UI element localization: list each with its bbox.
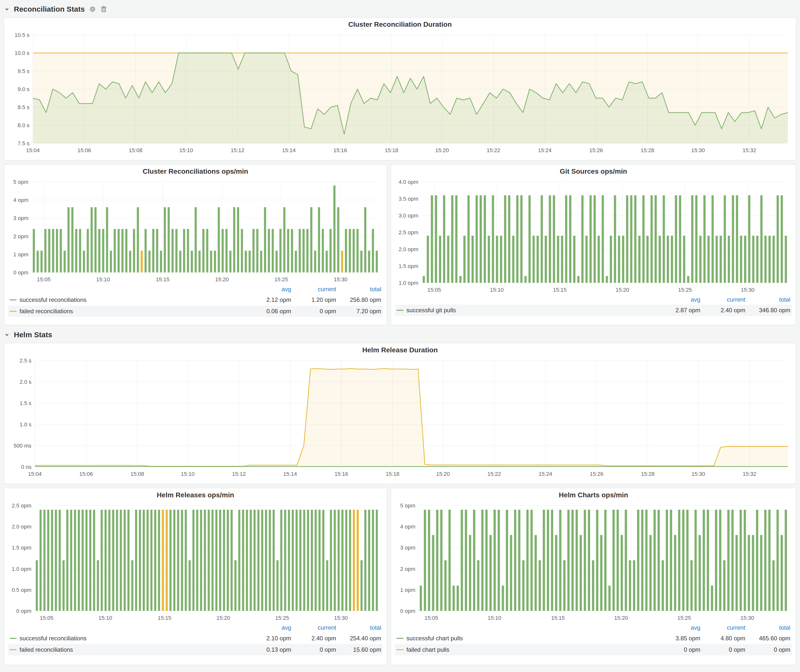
series-swatch-icon	[10, 638, 17, 639]
svg-text:3 opm: 3 opm	[13, 215, 29, 221]
series-toggle[interactable]: successful reconciliations	[10, 635, 246, 642]
svg-text:4.0 opm: 4.0 opm	[399, 179, 419, 185]
series-toggle[interactable]: successful reconciliations	[10, 296, 246, 303]
svg-text:4 opm: 4 opm	[13, 197, 29, 203]
series-toggle[interactable]: failed chart pulls	[397, 646, 655, 653]
svg-text:15:12: 15:12	[232, 471, 246, 477]
legend-sort-total[interactable]: total	[745, 296, 790, 303]
cluster-reconciliations-ops-chart[interactable]: 0 opm1 opm2 opm3 opm4 opm5 opm15:0515:10…	[7, 178, 384, 284]
svg-text:15:20: 15:20	[215, 276, 229, 283]
legend-sort-avg[interactable]: avg	[655, 296, 700, 303]
svg-text:1.0 opm: 1.0 opm	[399, 280, 419, 286]
section-title[interactable]: Helm Stats	[14, 331, 52, 339]
legend-sort-avg[interactable]: avg	[246, 624, 291, 631]
svg-text:3.5 opm: 3.5 opm	[399, 196, 419, 202]
legend: avgcurrenttotalsuccessful reconciliation…	[7, 623, 384, 656]
svg-text:15:04: 15:04	[26, 147, 40, 154]
helm-charts-ops-chart[interactable]: 0 opm1 opm2 opm3 opm4 opm5 opm15:0515:10…	[394, 502, 793, 623]
series-toggle[interactable]: successful chart pulls	[397, 635, 655, 642]
svg-text:15:18: 15:18	[385, 147, 398, 154]
collapse-chevron-icon[interactable]	[4, 6, 10, 12]
section-reconciliation-stats: Reconciliation Stats	[4, 3, 796, 15]
legend-sort-total[interactable]: total	[336, 624, 381, 631]
series-swatch-icon	[397, 649, 403, 650]
svg-text:15:20: 15:20	[436, 471, 450, 477]
svg-text:15:10: 15:10	[179, 147, 193, 154]
section-helm-stats: Helm Stats	[4, 329, 796, 341]
gear-icon[interactable]	[89, 5, 96, 13]
svg-text:0.5 opm: 0.5 opm	[12, 587, 32, 593]
svg-text:15:15: 15:15	[156, 276, 170, 283]
legend-sort-avg[interactable]: avg	[655, 624, 700, 631]
collapse-chevron-icon[interactable]	[4, 332, 10, 338]
panel-title[interactable]: Helm Charts ops/min	[394, 488, 793, 502]
chart-svg: 7.5 s8.0 s8.5 s9.0 s9.5 s10.0 s10.5 s15:…	[7, 31, 793, 155]
legend-sort-avg[interactable]: avg	[246, 286, 291, 293]
legend-sort-total[interactable]: total	[336, 286, 381, 293]
panel-title[interactable]: Cluster Reconciliations ops/min	[7, 165, 384, 178]
section-title[interactable]: Reconciliation Stats	[14, 5, 85, 13]
panel-title[interactable]: Helm Releases ops/min	[7, 488, 384, 502]
cluster-reconciliation-duration-chart[interactable]: 7.5 s8.0 s8.5 s9.0 s9.5 s10.0 s10.5 s15:…	[7, 31, 793, 155]
svg-text:7.5 s: 7.5 s	[18, 140, 29, 146]
svg-text:15:14: 15:14	[282, 147, 296, 154]
svg-text:15:08: 15:08	[130, 471, 144, 477]
helm-releases-ops-chart[interactable]: 0 opm0.5 opm1.0 opm1.5 opm2.0 opm2.5 opm…	[7, 502, 384, 623]
legend-sort-total[interactable]: total	[745, 624, 790, 631]
svg-text:15:06: 15:06	[77, 147, 91, 154]
svg-text:1.0 s: 1.0 s	[19, 421, 31, 427]
legend-sort-current[interactable]: current	[291, 286, 336, 293]
legend-row: failed reconciliations0.13 opm0 opm15.60…	[8, 644, 383, 655]
legend-value: 2.10 opm	[246, 635, 291, 642]
svg-text:2.5 opm: 2.5 opm	[12, 502, 32, 509]
svg-text:0 ns: 0 ns	[21, 464, 31, 470]
panel-helm-charts-ops: Helm Charts ops/min 0 opm1 opm2 opm3 opm…	[391, 488, 796, 665]
legend-value: 0 opm	[655, 646, 700, 653]
svg-text:10.5 s: 10.5 s	[14, 32, 29, 38]
svg-text:15:26: 15:26	[589, 147, 603, 154]
svg-text:0 opm: 0 opm	[400, 608, 415, 614]
chart-svg: 0 opm1 opm2 opm3 opm4 opm5 opm15:0515:10…	[394, 502, 793, 623]
panel-title[interactable]: Cluster Reconciliation Duration	[7, 18, 793, 31]
svg-text:15:28: 15:28	[641, 147, 654, 154]
legend-header: avgcurrenttotal	[8, 284, 383, 294]
series-swatch-icon	[10, 649, 17, 650]
svg-text:15:10: 15:10	[181, 471, 194, 477]
legend-value: 256.80 opm	[336, 296, 381, 303]
legend-value: 0 opm	[291, 646, 336, 653]
git-sources-ops-chart[interactable]: 1.0 opm1.5 opm2.0 opm2.5 opm3.0 opm3.5 o…	[394, 178, 793, 295]
legend-value: 4.80 opm	[700, 635, 745, 642]
legend-sort-current[interactable]: current	[291, 624, 336, 631]
svg-text:15:30: 15:30	[691, 471, 705, 477]
svg-text:15:25: 15:25	[275, 615, 289, 621]
series-toggle[interactable]: failed reconciliations	[10, 646, 246, 653]
svg-text:15:06: 15:06	[79, 471, 93, 477]
trash-icon[interactable]	[100, 5, 107, 13]
panel-title[interactable]: Git Sources ops/min	[394, 165, 793, 178]
svg-text:8.0 s: 8.0 s	[18, 122, 29, 128]
svg-text:15:20: 15:20	[616, 287, 629, 293]
legend-row: failed chart pulls0 opm0 opm0 opm	[395, 644, 792, 655]
svg-text:8.5 s: 8.5 s	[18, 104, 29, 110]
svg-text:15:15: 15:15	[551, 615, 565, 621]
svg-text:15:30: 15:30	[741, 287, 755, 293]
legend-sort-current[interactable]: current	[700, 296, 745, 303]
panel-title[interactable]: Helm Release Duration	[7, 343, 793, 357]
svg-text:15:24: 15:24	[538, 147, 552, 154]
series-label: successful chart pulls	[406, 635, 463, 642]
series-toggle[interactable]: failed reconciliations	[10, 308, 246, 315]
svg-text:15:22: 15:22	[487, 471, 501, 477]
svg-text:15:26: 15:26	[590, 471, 603, 477]
svg-text:15:24: 15:24	[539, 471, 552, 477]
svg-text:15:16: 15:16	[333, 147, 347, 154]
legend-sort-current[interactable]: current	[700, 624, 745, 631]
svg-text:2 opm: 2 opm	[13, 233, 29, 240]
chart-svg: 1.0 opm1.5 opm2.0 opm2.5 opm3.0 opm3.5 o…	[394, 178, 793, 295]
legend-value: 2.40 opm	[700, 307, 745, 314]
series-label: successful git pulls	[406, 307, 456, 314]
svg-text:15:05: 15:05	[37, 276, 50, 283]
series-toggle[interactable]: successful git pulls	[397, 307, 655, 314]
helm-release-duration-chart[interactable]: 0 ns500 ms1.0 s1.5 s2.0 s2.5 s15:0415:06…	[7, 357, 793, 479]
svg-text:15:10: 15:10	[98, 615, 112, 621]
legend-header: avgcurrenttotal	[8, 623, 383, 633]
